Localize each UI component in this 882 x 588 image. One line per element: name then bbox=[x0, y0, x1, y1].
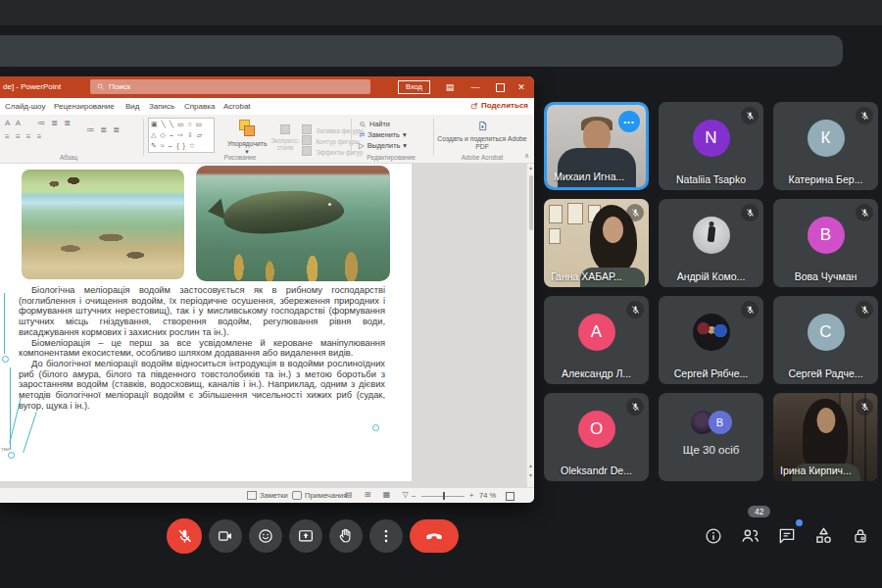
sign-in-button[interactable]: Вход bbox=[398, 80, 430, 94]
close-icon[interactable]: ✕ bbox=[511, 76, 532, 98]
zoom-level[interactable]: 74 % bbox=[479, 491, 496, 500]
group-label-drawing: Рисование bbox=[176, 154, 304, 161]
avatar: O bbox=[578, 411, 615, 448]
font-tools-icons[interactable]: A A bbox=[5, 119, 23, 127]
mic-toggle-button[interactable] bbox=[167, 518, 202, 554]
participant-tile[interactable]: ••• Михаил Игна... bbox=[544, 102, 649, 190]
slide-decoration-line bbox=[23, 412, 37, 453]
shapes-gallery[interactable]: ▣ ╲ ╲ ▭ ○ ▭ △ ◇ ⌣ ⇨ ⇩ ▱ ✎ ≈ ⌣ { } ☆ bbox=[148, 118, 215, 153]
select-button[interactable]: ▷ Выделить ▾ bbox=[359, 141, 407, 150]
more-options-button[interactable] bbox=[369, 519, 403, 553]
activities-icon[interactable] bbox=[813, 525, 834, 546]
list-tools-icons[interactable]: ≔ ≣ ≣ bbox=[37, 119, 73, 127]
powerpoint-menubar: Слайд-шоу Рецензирование Вид Запись Спра… bbox=[0, 98, 534, 115]
overflow-tile[interactable]: В Ще 30 осіб bbox=[659, 393, 763, 481]
participant-tile[interactable]: С Сергей Радче... bbox=[773, 296, 878, 384]
participant-tile[interactable]: Андрій Комо... bbox=[659, 199, 763, 287]
host-controls-icon[interactable] bbox=[851, 526, 870, 546]
present-screen-button[interactable] bbox=[289, 519, 322, 553]
zoom-in-button[interactable]: + bbox=[469, 491, 473, 500]
share-button[interactable]: Поделиться bbox=[470, 101, 528, 110]
participant-name: Александр Л... bbox=[544, 368, 649, 379]
reactions-button[interactable] bbox=[249, 519, 282, 553]
mic-muted-icon bbox=[626, 204, 644, 221]
ribbon-collapse-icon[interactable]: ∧ bbox=[524, 152, 529, 160]
select-icon: ▷ bbox=[359, 141, 365, 150]
participant-tile[interactable]: Сергей Рябче... bbox=[659, 296, 763, 384]
shapes-row-1[interactable]: ▣ ╲ ╲ ▭ ○ ▭ bbox=[149, 119, 214, 129]
slide-scrollbar[interactable]: ▴ ▴ ▾ bbox=[526, 164, 534, 487]
participant-tile[interactable]: А Александр Л... bbox=[544, 296, 649, 384]
people-icon[interactable] bbox=[740, 525, 760, 546]
quick-styles-button: Экспресс-стили bbox=[270, 120, 300, 151]
participant-tile[interactable]: К Катерина Бер... bbox=[773, 102, 878, 190]
tab-help[interactable]: Справка bbox=[184, 102, 215, 111]
share-icon bbox=[470, 102, 478, 110]
find-button[interactable]: Найти bbox=[359, 120, 390, 128]
group-label-editing: Редактирование bbox=[353, 154, 429, 161]
ribbon-options-icon[interactable]: ▤ bbox=[439, 76, 461, 98]
skier-figure bbox=[707, 226, 715, 243]
mic-muted-icon bbox=[856, 398, 873, 416]
group-label-paragraph: Абзац bbox=[20, 154, 118, 161]
shapes-row-2[interactable]: △ ◇ ⌣ ⇨ ⇩ ▱ bbox=[149, 129, 214, 140]
zoom-out-button[interactable]: – bbox=[412, 491, 416, 500]
mini-avatar: В bbox=[709, 411, 732, 434]
next-slide-icon[interactable]: ▾ bbox=[527, 471, 534, 479]
search-input[interactable]: Поиск bbox=[90, 79, 370, 94]
pond-ecosystem-illustration[interactable] bbox=[22, 170, 184, 279]
previous-slide-icon[interactable]: ▴ bbox=[527, 462, 534, 469]
slide-canvas[interactable]: Біологічна меліорація водойм застосовуєт… bbox=[0, 164, 412, 481]
end-call-button[interactable] bbox=[410, 519, 459, 553]
replace-button[interactable]: ⇄ Заменить ▾ bbox=[359, 130, 407, 139]
align-tools-icons[interactable]: ≡ ≡ ≡ ≡ bbox=[5, 132, 43, 141]
participant-name: Катерина Бер... bbox=[773, 173, 878, 185]
fit-slide-icon[interactable] bbox=[506, 492, 514, 501]
info-icon[interactable] bbox=[704, 526, 723, 546]
zoom-slider-thumb[interactable] bbox=[443, 492, 445, 500]
tab-slideshow[interactable]: Слайд-шоу bbox=[5, 102, 45, 111]
raise-hand-button[interactable] bbox=[329, 519, 363, 553]
carp-underwater-photo[interactable] bbox=[196, 166, 390, 281]
fish-eye bbox=[328, 203, 331, 206]
adobe-pdf-button[interactable]: Создать и поделиться Adobe PDF bbox=[437, 118, 527, 150]
restore-icon[interactable] bbox=[489, 76, 511, 98]
tab-record[interactable]: Запись bbox=[149, 102, 174, 111]
overflow-count-label: Ще 30 осіб bbox=[659, 444, 763, 456]
participant-tile[interactable]: N Nataliia Tsapko bbox=[659, 102, 763, 190]
search-placeholder: Поиск bbox=[109, 82, 130, 91]
camera-icon bbox=[217, 527, 234, 545]
tile-menu-button[interactable]: ••• bbox=[618, 111, 640, 132]
slide-decoration-circle bbox=[372, 424, 379, 431]
participant-tile[interactable]: В Вова Чучман bbox=[773, 199, 878, 287]
mic-muted-icon bbox=[856, 301, 873, 318]
minimize-icon[interactable]: — bbox=[465, 76, 486, 98]
scrollbar-thumb[interactable] bbox=[529, 175, 533, 230]
shapes-row-3[interactable]: ✎ ≈ ⌣ { } ☆ bbox=[149, 140, 214, 151]
participant-name: Сергей Радче... bbox=[773, 368, 878, 379]
replace-icon: ⇄ bbox=[359, 130, 365, 139]
chat-icon[interactable] bbox=[777, 526, 797, 546]
camera-toggle-button[interactable] bbox=[209, 519, 242, 553]
tab-review[interactable]: Рецензирование bbox=[54, 102, 115, 111]
comments-button[interactable]: Примечания bbox=[292, 491, 347, 500]
participant-tile[interactable]: O Oleksandr De... bbox=[544, 393, 649, 481]
participant-name: Ганна ХАБАР... bbox=[551, 270, 622, 282]
slide-paragraph-3: До біологічної меліорації водойм відноси… bbox=[19, 359, 385, 412]
notes-button[interactable]: Заметки bbox=[247, 491, 288, 500]
scroll-up-icon[interactable]: ▴ bbox=[529, 165, 532, 171]
participant-tile[interactable]: Ганна ХАБАР... bbox=[544, 199, 649, 287]
tab-view[interactable]: Вид bbox=[125, 102, 139, 111]
avatar: С bbox=[808, 314, 845, 351]
participant-tile[interactable]: Ірина Кирпич... bbox=[773, 393, 878, 481]
person-head bbox=[816, 408, 835, 433]
powerpoint-ribbon: A A ≔ ≣ ≣ ≡ ≡ ≡ ≡ ≔ ≣ ≣ Абзац ▣ ╲ ╲ ▭ ○ … bbox=[0, 115, 534, 164]
mic-muted-icon bbox=[741, 204, 759, 221]
view-mode-buttons[interactable]: ▤ ⊞ ▦ ▽ bbox=[345, 490, 414, 499]
spacing-tools-icons[interactable]: ≔ ≣ ≣ bbox=[86, 125, 122, 134]
group-label-acrobat: Adobe Acrobat bbox=[437, 154, 527, 161]
raise-hand-icon bbox=[337, 527, 355, 545]
notification-bar bbox=[0, 35, 843, 67]
tab-acrobat[interactable]: Acrobat bbox=[223, 102, 251, 111]
arrange-button[interactable]: Упорядочить ▾ bbox=[227, 120, 267, 155]
